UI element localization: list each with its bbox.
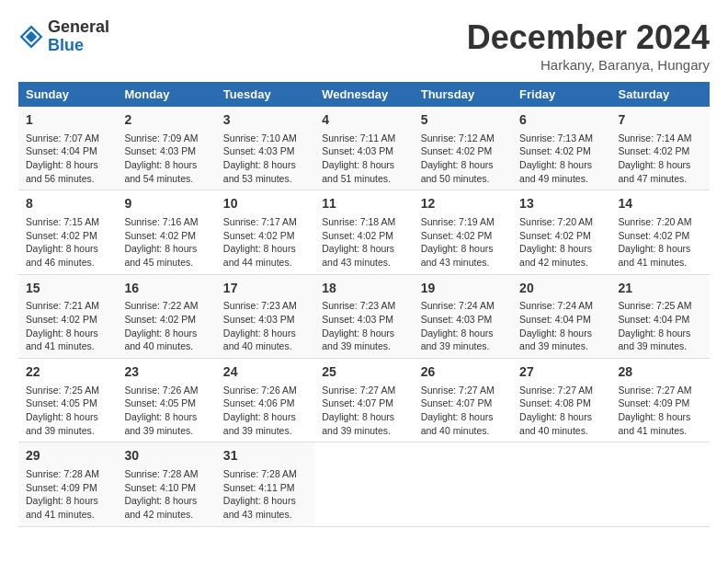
day-number: 19 bbox=[421, 280, 505, 298]
sunset-text: Sunset: 4:02 PM bbox=[421, 145, 493, 156]
calendar-cell bbox=[414, 442, 512, 526]
sunrise-text: Sunrise: 7:07 AM bbox=[26, 132, 99, 144]
month-title: December 2024 bbox=[467, 18, 710, 57]
column-header-sunday: Sunday bbox=[18, 82, 117, 107]
day-number: 10 bbox=[223, 195, 307, 213]
sunset-text: Sunset: 4:02 PM bbox=[519, 230, 591, 241]
page-header: General Blue December 2024 Harkany, Bara… bbox=[18, 18, 710, 73]
daylight-text: Daylight: 8 hours and 39 minutes. bbox=[26, 411, 98, 436]
day-number: 31 bbox=[223, 447, 307, 465]
day-number: 2 bbox=[124, 111, 208, 130]
daylight-text: Daylight: 8 hours and 41 minutes. bbox=[26, 495, 98, 520]
daylight-text: Daylight: 8 hours and 42 minutes. bbox=[124, 495, 197, 520]
calendar-cell: 10 Sunrise: 7:17 AM Sunset: 4:02 PM Dayl… bbox=[216, 190, 314, 274]
day-number: 26 bbox=[421, 363, 505, 382]
calendar-cell: 4 Sunrise: 7:11 AM Sunset: 4:03 PM Dayli… bbox=[314, 107, 413, 190]
day-number: 11 bbox=[322, 195, 405, 213]
sunrise-text: Sunrise: 7:13 AM bbox=[519, 132, 593, 144]
sunrise-text: Sunrise: 7:25 AM bbox=[619, 300, 692, 311]
day-number: 14 bbox=[619, 195, 702, 213]
sunset-text: Sunset: 4:07 PM bbox=[421, 397, 493, 408]
daylight-text: Daylight: 8 hours and 40 minutes. bbox=[421, 411, 494, 436]
daylight-text: Daylight: 8 hours and 41 minutes. bbox=[619, 243, 691, 268]
sunrise-text: Sunrise: 7:24 AM bbox=[519, 300, 593, 311]
sunset-text: Sunset: 4:03 PM bbox=[322, 145, 393, 156]
sunset-text: Sunset: 4:02 PM bbox=[519, 145, 591, 156]
day-number: 4 bbox=[322, 111, 405, 130]
sunset-text: Sunset: 4:03 PM bbox=[421, 314, 493, 325]
sunrise-text: Sunrise: 7:14 AM bbox=[619, 132, 692, 144]
sunset-text: Sunset: 4:02 PM bbox=[124, 230, 196, 241]
daylight-text: Daylight: 8 hours and 44 minutes. bbox=[223, 243, 296, 268]
day-number: 25 bbox=[322, 363, 405, 382]
sunrise-text: Sunrise: 7:27 AM bbox=[322, 385, 395, 396]
calendar-cell: 31 Sunrise: 7:28 AM Sunset: 4:11 PM Dayl… bbox=[216, 442, 314, 526]
day-number: 5 bbox=[421, 111, 505, 130]
daylight-text: Daylight: 8 hours and 45 minutes. bbox=[124, 243, 197, 268]
column-header-saturday: Saturday bbox=[611, 82, 710, 107]
sunrise-text: Sunrise: 7:22 AM bbox=[124, 300, 198, 311]
sunset-text: Sunset: 4:02 PM bbox=[322, 230, 393, 241]
location-subtitle: Harkany, Baranya, Hungary bbox=[467, 57, 710, 73]
calendar-cell: 2 Sunrise: 7:09 AM Sunset: 4:03 PM Dayli… bbox=[117, 107, 215, 190]
daylight-text: Daylight: 8 hours and 51 minutes. bbox=[322, 159, 394, 184]
daylight-text: Daylight: 8 hours and 39 minutes. bbox=[124, 411, 197, 436]
sunset-text: Sunset: 4:04 PM bbox=[619, 314, 690, 325]
daylight-text: Daylight: 8 hours and 47 minutes. bbox=[619, 159, 691, 184]
sunrise-text: Sunrise: 7:16 AM bbox=[124, 216, 198, 227]
sunrise-text: Sunrise: 7:25 AM bbox=[26, 385, 99, 396]
calendar-table: SundayMondayTuesdayWednesdayThursdayFrid… bbox=[18, 82, 710, 527]
day-number: 29 bbox=[26, 447, 109, 465]
daylight-text: Daylight: 8 hours and 39 minutes. bbox=[421, 327, 494, 352]
daylight-text: Daylight: 8 hours and 39 minutes. bbox=[619, 327, 691, 352]
daylight-text: Daylight: 8 hours and 41 minutes. bbox=[619, 411, 691, 436]
calendar-header-row: SundayMondayTuesdayWednesdayThursdayFrid… bbox=[18, 82, 710, 107]
calendar-cell: 21 Sunrise: 7:25 AM Sunset: 4:04 PM Dayl… bbox=[611, 274, 710, 358]
sunrise-text: Sunrise: 7:18 AM bbox=[322, 216, 395, 227]
calendar-cell: 30 Sunrise: 7:28 AM Sunset: 4:10 PM Dayl… bbox=[117, 442, 215, 526]
sunset-text: Sunset: 4:03 PM bbox=[223, 314, 295, 325]
daylight-text: Daylight: 8 hours and 41 minutes. bbox=[26, 327, 98, 352]
sunrise-text: Sunrise: 7:23 AM bbox=[223, 300, 297, 311]
daylight-text: Daylight: 8 hours and 43 minutes. bbox=[322, 243, 394, 268]
sunrise-text: Sunrise: 7:26 AM bbox=[223, 385, 297, 396]
calendar-cell bbox=[314, 442, 413, 526]
calendar-cell: 17 Sunrise: 7:23 AM Sunset: 4:03 PM Dayl… bbox=[216, 274, 314, 358]
day-number: 22 bbox=[26, 363, 109, 382]
daylight-text: Daylight: 8 hours and 39 minutes. bbox=[322, 411, 394, 436]
column-header-friday: Friday bbox=[512, 82, 610, 107]
calendar-cell: 24 Sunrise: 7:26 AM Sunset: 4:06 PM Dayl… bbox=[216, 359, 314, 442]
day-number: 23 bbox=[124, 363, 208, 382]
calendar-cell: 15 Sunrise: 7:21 AM Sunset: 4:02 PM Dayl… bbox=[18, 274, 117, 358]
calendar-cell bbox=[611, 442, 710, 526]
calendar-cell: 26 Sunrise: 7:27 AM Sunset: 4:07 PM Dayl… bbox=[414, 359, 512, 442]
day-number: 21 bbox=[619, 280, 702, 298]
sunrise-text: Sunrise: 7:10 AM bbox=[223, 132, 297, 144]
calendar-cell: 25 Sunrise: 7:27 AM Sunset: 4:07 PM Dayl… bbox=[314, 359, 413, 442]
sunrise-text: Sunrise: 7:09 AM bbox=[124, 132, 198, 144]
day-number: 8 bbox=[26, 195, 109, 213]
daylight-text: Daylight: 8 hours and 40 minutes. bbox=[223, 327, 296, 352]
sunset-text: Sunset: 4:02 PM bbox=[223, 230, 295, 241]
daylight-text: Daylight: 8 hours and 39 minutes. bbox=[519, 327, 592, 352]
sunset-text: Sunset: 4:11 PM bbox=[223, 482, 295, 493]
sunrise-text: Sunrise: 7:21 AM bbox=[26, 300, 99, 311]
day-number: 24 bbox=[223, 363, 307, 382]
day-number: 30 bbox=[124, 447, 208, 465]
calendar-cell: 9 Sunrise: 7:16 AM Sunset: 4:02 PM Dayli… bbox=[117, 190, 215, 274]
calendar-cell: 22 Sunrise: 7:25 AM Sunset: 4:05 PM Dayl… bbox=[18, 359, 117, 442]
daylight-text: Daylight: 8 hours and 43 minutes. bbox=[421, 243, 494, 268]
day-number: 6 bbox=[519, 111, 603, 130]
day-number: 9 bbox=[124, 195, 208, 213]
logo-icon bbox=[18, 24, 44, 50]
sunrise-text: Sunrise: 7:27 AM bbox=[519, 385, 593, 396]
calendar-cell: 28 Sunrise: 7:27 AM Sunset: 4:09 PM Dayl… bbox=[611, 359, 710, 442]
day-number: 17 bbox=[223, 280, 307, 298]
day-number: 20 bbox=[519, 280, 603, 298]
calendar-week-row: 1 Sunrise: 7:07 AM Sunset: 4:04 PM Dayli… bbox=[18, 107, 710, 190]
day-number: 1 bbox=[26, 111, 109, 130]
day-number: 3 bbox=[223, 111, 307, 130]
day-number: 12 bbox=[421, 195, 505, 213]
daylight-text: Daylight: 8 hours and 43 minutes. bbox=[223, 495, 296, 520]
calendar-cell: 16 Sunrise: 7:22 AM Sunset: 4:02 PM Dayl… bbox=[117, 274, 215, 358]
